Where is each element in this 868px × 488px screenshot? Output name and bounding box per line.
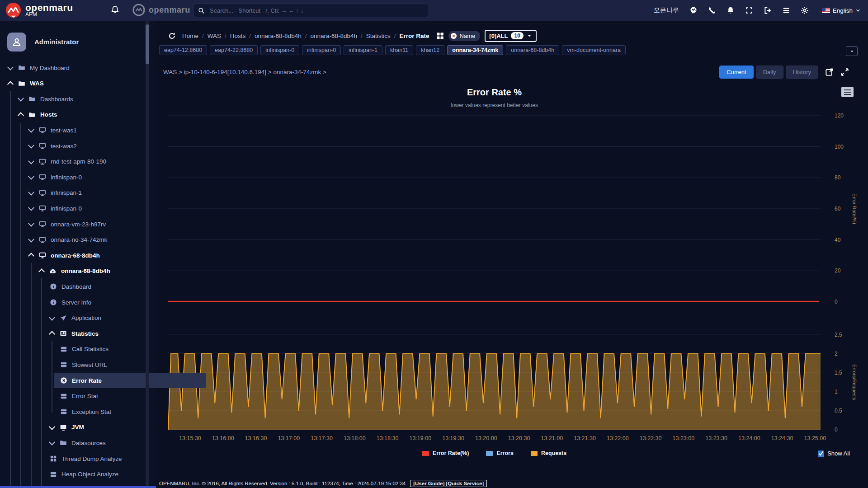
search-input[interactable] — [209, 7, 424, 14]
sidebar-item-server-info[interactable]: Server Info — [0, 295, 199, 310]
sidebar-horizontal-scrollbar[interactable] — [0, 486, 156, 488]
history-button[interactable]: History — [786, 66, 818, 79]
breadcrumb-item[interactable]: onnara-68-8db4h — [255, 33, 302, 39]
host-chip-eap74-22-8680[interactable]: eap74-22:8680 — [210, 45, 258, 55]
sidebar-item-was[interactable]: WAS — [0, 76, 157, 91]
close-circle-icon[interactable] — [450, 33, 457, 39]
sidebar-item-datasources[interactable]: Datasources — [0, 435, 199, 450]
chevron-down-icon[interactable] — [28, 127, 34, 133]
chevron-up-icon[interactable] — [49, 331, 55, 338]
phone-icon[interactable] — [708, 6, 716, 14]
chevron-up-icon[interactable] — [18, 112, 24, 118]
host-chip-onnara-34-74zmk[interactable]: onnara-34-74zmk — [447, 45, 503, 55]
logout-icon[interactable] — [764, 6, 772, 14]
host-chip-infinispan-0[interactable]: infinispan-0 — [302, 45, 341, 55]
host-chip-onnara-68-8db4h[interactable]: onnara-68-8db4h — [506, 45, 559, 55]
sidebar-item-infinispan-1[interactable]: infinispan-1 — [0, 185, 178, 201]
chevron-down-icon[interactable] — [28, 221, 34, 227]
list-icon — [60, 346, 67, 353]
chevron-down-icon[interactable] — [28, 236, 34, 242]
breadcrumb-item[interactable]: WAS — [208, 33, 221, 39]
chip-list-expand-button[interactable] — [846, 46, 858, 56]
chevron-down-icon[interactable] — [28, 189, 34, 195]
search-bar[interactable] — [193, 4, 429, 17]
sidebar-item-test-was1[interactable]: test-was1 — [0, 122, 178, 138]
chevron-up-icon[interactable] — [7, 81, 14, 87]
sidebar-item-test-was2[interactable]: test-was2 — [0, 138, 178, 154]
sidebar-item-jvm[interactable]: JVM — [0, 420, 199, 435]
settings-icon[interactable] — [801, 6, 809, 14]
sidebar-item-dashboard[interactable]: Dashboard — [0, 279, 199, 294]
host-chip-row: eap74-12:8680eap74-22:8680infinispan-0in… — [159, 45, 626, 55]
chevron-down-icon[interactable] — [28, 205, 34, 211]
context-path[interactable]: WAS > ip-10-140-6-194[10.140.6.194] > on… — [163, 69, 326, 75]
menu-icon[interactable] — [782, 6, 790, 14]
fullscreen-icon[interactable] — [745, 6, 753, 14]
sidebar-item-application[interactable]: Application — [0, 310, 199, 326]
legend-item-requests[interactable]: Requests — [531, 450, 566, 456]
sidebar-item-my-dashboard[interactable]: My Dashboard — [0, 60, 157, 75]
error-icon — [60, 377, 67, 384]
sidebar-item-onnara-vm-23-h97rv[interactable]: onnara-vm-23-h97rv — [0, 216, 178, 232]
footer-links[interactable]: [User Guide] [Quick Service] — [410, 480, 487, 487]
sidebar-item-infinispan-0[interactable]: infinispan-0 — [0, 201, 178, 216]
legend-item-errors[interactable]: Errors — [486, 450, 514, 456]
language-selector[interactable]: English — [822, 7, 861, 14]
brand[interactable]: openmaru APM — [5, 2, 73, 18]
legend-item-error-rate-[interactable]: Error Rate(%) — [422, 450, 469, 456]
chevron-down-icon[interactable] — [18, 95, 24, 102]
sidebar-item-onnara-no-34-74zmk[interactable]: onnara-no-34-74zmk — [0, 232, 178, 248]
sidebar-scrollbar-thumb[interactable] — [146, 24, 149, 64]
chevron-down-icon[interactable] — [28, 174, 34, 180]
chevron-down-icon[interactable] — [7, 64, 14, 70]
host-chip-eap74-12-8680[interactable]: eap74-12:8680 — [159, 45, 207, 55]
host-chip-khan11[interactable]: khan11 — [385, 45, 413, 55]
sidebar-item-dashboards[interactable]: Dashboards — [0, 91, 168, 107]
breadcrumb-item[interactable]: Error Rate — [400, 33, 429, 39]
brand2-name: openmaru — [149, 5, 190, 15]
chevron-down-icon[interactable] — [49, 423, 55, 430]
resize-expand-icon[interactable] — [840, 68, 849, 76]
host-chip-infinispan-1[interactable]: infinispan-1 — [344, 45, 382, 55]
avatar[interactable] — [7, 33, 26, 52]
breadcrumb-item[interactable]: onnara-68-8db4h — [310, 33, 357, 39]
chevron-down-icon[interactable] — [49, 314, 55, 320]
sidebar-item-infinispan-0[interactable]: infinispan-0 — [0, 169, 178, 185]
sidebar-item-onnara-68-8db4h[interactable]: onnara-68-8db4h — [0, 263, 189, 279]
chart-menu-icon[interactable] — [841, 87, 854, 97]
daily-button[interactable]: Daily — [756, 66, 783, 79]
external-link-icon[interactable] — [825, 68, 834, 76]
breadcrumb-item[interactable]: Hosts — [230, 33, 246, 39]
openmaru-chat-icon[interactable] — [689, 6, 698, 14]
sidebar-item-label: Error Rate — [72, 377, 102, 384]
sidebar-item-statistics[interactable]: Statistics — [0, 326, 199, 341]
name-filter-pill[interactable]: Name — [448, 31, 481, 41]
sidebar-scrollbar-track[interactable] — [146, 21, 149, 488]
refresh-icon[interactable] — [168, 32, 176, 40]
user-name[interactable]: 오픈나루 — [654, 6, 679, 14]
all-dropdown[interactable]: [0]ALL 10 — [485, 30, 537, 42]
grid-view-icon[interactable] — [436, 32, 444, 40]
chevron-down-icon[interactable] — [49, 439, 55, 446]
current-button[interactable]: Current — [719, 66, 753, 79]
host-chip-infinispan-0[interactable]: infinispan-0 — [260, 45, 299, 55]
bell-icon[interactable] — [726, 6, 735, 14]
show-all-checkbox[interactable] — [818, 450, 824, 457]
sidebar-item-rnd-test-apm-80-190[interactable]: rnd-test-apm-80-190 — [0, 154, 178, 169]
sidebar-item-hosts[interactable]: Hosts — [0, 107, 168, 122]
host-chip-khan12[interactable]: khan12 — [416, 45, 444, 55]
chevron-down-icon[interactable] — [28, 142, 34, 149]
sidebar-item-heap-object-analyze[interactable]: Heap Object Analyze — [0, 467, 199, 482]
sidebar-item-onnara-68-8db4h[interactable]: onnara-68-8db4h — [0, 248, 178, 263]
sidebar-item-thread-dump-analyze[interactable]: Thread Dump Analyze — [0, 451, 199, 466]
chevron-down-icon[interactable] — [28, 158, 34, 164]
host-chip-vm-document-onnara[interactable]: vm-document-onnara — [562, 45, 626, 55]
breadcrumb-item[interactable]: Home — [182, 33, 198, 39]
chevron-up-icon[interactable] — [28, 253, 34, 259]
caret-down-icon — [527, 33, 532, 38]
bell-icon[interactable] — [111, 5, 119, 14]
folder-icon — [28, 111, 36, 118]
breadcrumb-item[interactable]: Statistics — [366, 33, 391, 39]
chevron-up-icon[interactable] — [38, 268, 45, 275]
sidebar-item-label: Dashboards — [40, 96, 73, 103]
